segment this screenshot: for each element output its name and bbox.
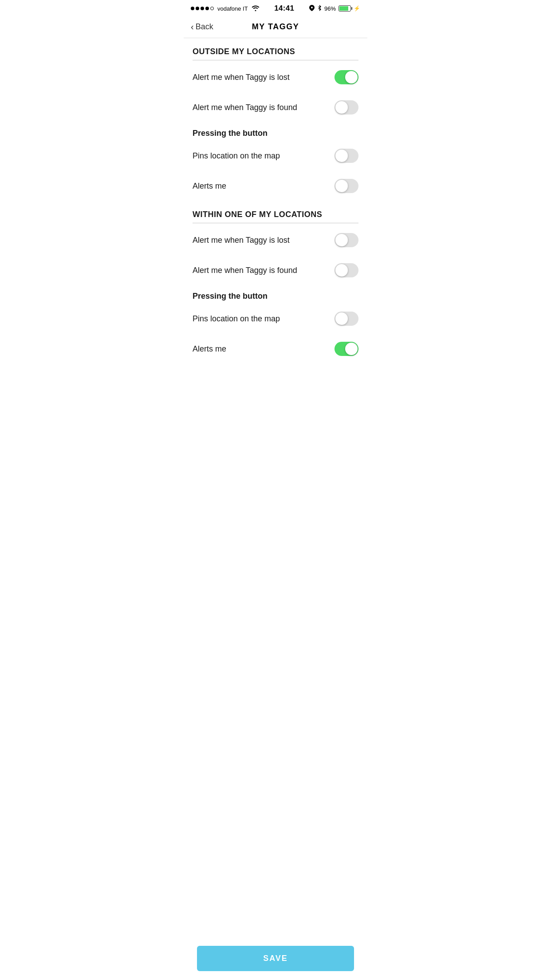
toggle-thumb-within-found xyxy=(335,264,348,277)
signal-dot-4 xyxy=(205,7,209,10)
signal-dot-3 xyxy=(201,7,204,10)
bluetooth-icon xyxy=(317,5,322,12)
toggle-track-within-pins xyxy=(335,312,358,326)
setting-label-outside-alerts: Alerts me xyxy=(193,182,226,191)
status-left: vodafone IT xyxy=(191,5,260,12)
toggle-within-pins[interactable] xyxy=(335,312,358,326)
setting-label-outside-lost: Alert me when Taggy is lost xyxy=(193,73,290,82)
toggle-thumb-outside-alerts xyxy=(335,180,348,192)
section-header-within: WITHIN ONE OF MY LOCATIONS xyxy=(184,201,367,223)
setting-label-within-alerts: Alerts me xyxy=(193,344,226,354)
back-chevron-icon: ‹ xyxy=(191,22,194,32)
back-label: Back xyxy=(196,22,213,32)
signal-dot-5 xyxy=(210,7,214,10)
toggle-track-outside-lost xyxy=(335,70,358,84)
battery-fill xyxy=(339,6,348,11)
setting-row-outside-lost: Alert me when Taggy is lost xyxy=(184,62,367,92)
toggle-outside-alerts[interactable] xyxy=(335,179,358,193)
toggle-outside-lost[interactable] xyxy=(335,70,358,84)
subsection-header-outside-button: Pressing the button xyxy=(184,122,367,141)
toggle-track-within-alerts xyxy=(335,342,358,356)
nav-bar: ‹ Back MY TAGGY xyxy=(184,16,367,38)
toggle-thumb-within-alerts xyxy=(345,343,358,355)
toggle-track-outside-alerts xyxy=(335,179,358,193)
status-time: 14:41 xyxy=(274,4,294,13)
toggle-thumb-within-lost xyxy=(335,234,348,246)
toggle-within-lost[interactable] xyxy=(335,233,358,247)
page-title: MY TAGGY xyxy=(252,22,299,32)
setting-label-outside-found: Alert me when Taggy is found xyxy=(193,103,297,112)
toggle-track-within-found xyxy=(335,263,358,277)
battery-percent: 96% xyxy=(324,5,336,12)
toggle-track-outside-found xyxy=(335,100,358,115)
setting-row-within-lost: Alert me when Taggy is lost xyxy=(184,225,367,255)
toggle-outside-pins[interactable] xyxy=(335,149,358,163)
toggle-thumb-outside-found xyxy=(335,101,348,114)
setting-label-within-pins: Pins location on the map xyxy=(193,314,280,324)
toggle-track-outside-pins xyxy=(335,149,358,163)
section-divider-within xyxy=(193,223,358,223)
charging-icon: ⚡ xyxy=(354,5,360,12)
setting-label-within-lost: Alert me when Taggy is lost xyxy=(193,236,290,245)
signal-dot-1 xyxy=(191,7,194,10)
wifi-icon xyxy=(252,5,260,12)
section-divider-outside xyxy=(193,60,358,60)
toggle-within-found[interactable] xyxy=(335,263,358,277)
toggle-thumb-outside-lost xyxy=(345,71,358,83)
subsection-header-within-button: Pressing the button xyxy=(184,285,367,304)
signal-dots xyxy=(191,7,214,10)
setting-label-outside-pins: Pins location on the map xyxy=(193,151,280,161)
setting-row-outside-found: Alert me when Taggy is found xyxy=(184,92,367,122)
signal-dot-2 xyxy=(196,7,199,10)
setting-row-within-found: Alert me when Taggy is found xyxy=(184,255,367,285)
status-right: 96% ⚡ xyxy=(309,5,360,12)
toggle-thumb-outside-pins xyxy=(335,150,348,162)
toggle-outside-found[interactable] xyxy=(335,100,358,115)
content-area: OUTSIDE MY LOCATIONS Alert me when Taggy… xyxy=(184,38,367,408)
setting-label-within-found: Alert me when Taggy is found xyxy=(193,266,297,275)
status-bar: vodafone IT 14:41 96% ⚡ xyxy=(184,0,367,16)
toggle-thumb-within-pins xyxy=(335,312,348,325)
setting-row-outside-pins: Pins location on the map xyxy=(184,141,367,171)
location-icon xyxy=(309,5,315,12)
battery-indicator xyxy=(338,5,351,12)
toggle-within-alerts[interactable] xyxy=(335,342,358,356)
setting-row-outside-alerts: Alerts me xyxy=(184,171,367,201)
back-button[interactable]: ‹ Back xyxy=(191,22,213,32)
setting-row-within-pins: Pins location on the map xyxy=(184,304,367,334)
setting-row-within-alerts: Alerts me xyxy=(184,334,367,364)
battery-box xyxy=(338,5,351,12)
section-header-outside: OUTSIDE MY LOCATIONS xyxy=(184,38,367,60)
toggle-track-within-lost xyxy=(335,233,358,247)
carrier-name: vodafone IT xyxy=(217,5,248,12)
